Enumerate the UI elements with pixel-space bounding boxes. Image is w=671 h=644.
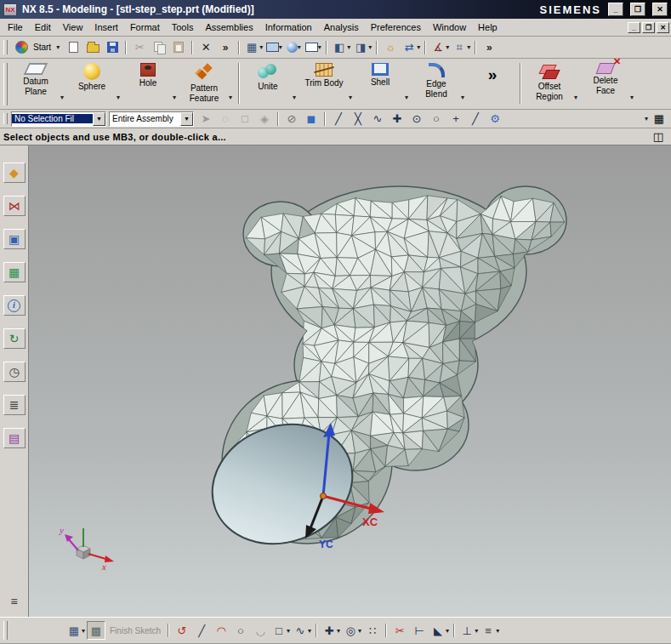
pattern-curve-button[interactable]: ∷	[363, 621, 382, 640]
profile-button[interactable]: ↺	[173, 621, 191, 640]
close-button[interactable]: ✕	[652, 3, 668, 16]
poly-select-icon[interactable]: ◈	[255, 110, 274, 128]
mdi-minimize-button[interactable]: _	[628, 22, 640, 33]
chevron-down-icon[interactable]	[630, 94, 637, 106]
reuse-library-button[interactable]: ▦	[3, 262, 26, 282]
quick-trim-button[interactable]: ✂	[390, 621, 409, 640]
chevron-down-icon[interactable]	[117, 94, 123, 106]
chevron-down-icon[interactable]	[229, 94, 236, 106]
snap-circle-icon[interactable]: ○	[427, 110, 446, 128]
chevron-down-icon[interactable]	[461, 94, 468, 106]
chevron-down-icon[interactable]	[93, 112, 105, 126]
start-button[interactable]: Start	[11, 38, 64, 57]
snap-quadrant-icon[interactable]: ✚	[388, 110, 407, 128]
snap-mid-icon[interactable]: ╳	[349, 110, 367, 128]
shell-button[interactable]: Shell	[355, 60, 412, 106]
offset-region-button[interactable]: Offset Region	[525, 60, 581, 106]
offset-curve-button[interactable]: ◎	[342, 621, 362, 640]
rectangle-button[interactable]: □	[270, 621, 291, 640]
history-button[interactable]: ↻	[3, 328, 26, 349]
menu-help[interactable]: Help	[472, 20, 503, 35]
chevron-down-icon[interactable]	[60, 94, 67, 106]
toolbar-options-chevron[interactable]	[645, 115, 648, 123]
lasso-select-icon[interactable]: ◌	[216, 110, 235, 128]
chevron-down-icon[interactable]	[293, 94, 299, 106]
snap-spline-icon[interactable]: ∿	[368, 110, 387, 128]
arc-button[interactable]: ◠	[212, 621, 230, 640]
studio-spline-button[interactable]: ∿	[292, 621, 312, 640]
view-layout-button[interactable]: ▦	[243, 38, 264, 57]
mdi-close-button[interactable]: ✕	[657, 22, 669, 33]
menu-format[interactable]: Format	[124, 20, 166, 35]
menu-information[interactable]: Information	[259, 20, 318, 35]
menu-window[interactable]: Window	[427, 20, 472, 35]
paste-button[interactable]	[169, 38, 188, 57]
graphics-window[interactable]: XC YC x y	[29, 145, 671, 617]
open-button[interactable]	[83, 38, 102, 57]
cut-button[interactable]: ✂	[130, 38, 149, 57]
features-overflow[interactable]: »	[468, 60, 517, 106]
selection-scope-combo[interactable]: Entire Assembly	[109, 111, 194, 127]
part-navigator-button[interactable]: ▣	[3, 229, 26, 249]
measure-distance-button[interactable]: ⌗	[451, 38, 471, 57]
delete-face-button[interactable]: Delete Face	[581, 60, 637, 106]
minimize-button[interactable]: _	[608, 3, 623, 16]
snap-point-icon[interactable]: +	[446, 110, 465, 128]
toolbar-grip[interactable]	[3, 40, 8, 54]
cue-rail-icon[interactable]: ◫	[649, 128, 668, 146]
new-button[interactable]	[64, 38, 82, 57]
finish-sketch-button[interactable]: Finish Sketch	[106, 621, 164, 640]
overflow-chevron-1[interactable]: »	[216, 38, 235, 57]
make-corner-button[interactable]: ◣	[429, 621, 450, 640]
rotate-view-button[interactable]: ⇄	[401, 38, 421, 57]
quick-extend-button[interactable]: ⊢	[410, 621, 429, 640]
assembly-navigator-button[interactable]: ◆	[3, 162, 26, 183]
overflow-chevron-2[interactable]: »	[480, 38, 498, 57]
solid-body-icon[interactable]: ◼	[302, 110, 321, 128]
snap-settings-icon[interactable]: ⚙	[486, 110, 504, 128]
sphere-button[interactable]: Sphere	[67, 60, 123, 106]
sketch-name-button[interactable]: ▩	[87, 621, 105, 640]
menu-assemblies[interactable]: Assemblies	[199, 20, 259, 35]
wcs-origin-handle[interactable]	[321, 493, 327, 499]
trim-body-button[interactable]: Trim Body	[299, 60, 355, 106]
window-tile-button[interactable]: ◨	[352, 38, 372, 57]
menu-file[interactable]: File	[2, 20, 29, 35]
menu-analysis[interactable]: Analysis	[318, 20, 365, 35]
selection-filter-combo[interactable]: No Selection Fil	[11, 111, 106, 127]
circle-button[interactable]: ○	[231, 621, 250, 640]
constraint-navigator-button[interactable]: ⋈	[3, 196, 26, 216]
menu-tools[interactable]: Tools	[166, 20, 200, 35]
hole-button[interactable]: Hole	[123, 60, 179, 106]
chevron-down-icon[interactable]	[574, 94, 581, 106]
save-button[interactable]	[103, 38, 122, 57]
update-display-button[interactable]: ☼	[381, 38, 400, 57]
web-browser-button[interactable]: i	[3, 295, 26, 316]
toolbar-grip[interactable]	[3, 63, 8, 105]
datum-plane-button[interactable]: Datum Plane	[11, 60, 67, 106]
delete-button[interactable]: ✕	[196, 38, 215, 57]
copy-button[interactable]	[150, 38, 168, 57]
pattern-feature-button[interactable]: Pattern Feature	[179, 60, 236, 106]
measure-angle-button[interactable]: ∡	[429, 38, 450, 57]
menu-preferences[interactable]: Preferences	[365, 20, 427, 35]
process-studio-button[interactable]: ◷	[3, 362, 26, 382]
mdi-restore-button[interactable]: ❐	[642, 22, 655, 33]
grid-icon[interactable]: ▦	[650, 110, 668, 128]
render-style-button[interactable]	[284, 38, 303, 57]
menu-edit[interactable]: Edit	[29, 20, 57, 35]
point-button[interactable]: ✚	[321, 621, 341, 640]
snap-end-icon[interactable]: ╱	[329, 110, 348, 128]
chevron-down-icon[interactable]	[405, 94, 412, 106]
display-mode-button[interactable]	[264, 38, 283, 57]
snap-center-icon[interactable]: ⊙	[407, 110, 426, 128]
maximize-button[interactable]: ❐	[630, 3, 645, 16]
edge-blend-button[interactable]: Edge Blend	[412, 60, 468, 106]
toolbar-grip[interactable]	[3, 113, 8, 124]
chevron-down-icon[interactable]	[173, 94, 179, 106]
snap-slope-icon[interactable]: ╱	[466, 110, 485, 128]
line-button[interactable]: ╱	[192, 621, 211, 640]
gesture-select-icon[interactable]: ➤	[196, 110, 215, 128]
viewport-canvas[interactable]: XC YC x y	[29, 145, 671, 617]
model-mesh[interactable]	[196, 186, 566, 563]
